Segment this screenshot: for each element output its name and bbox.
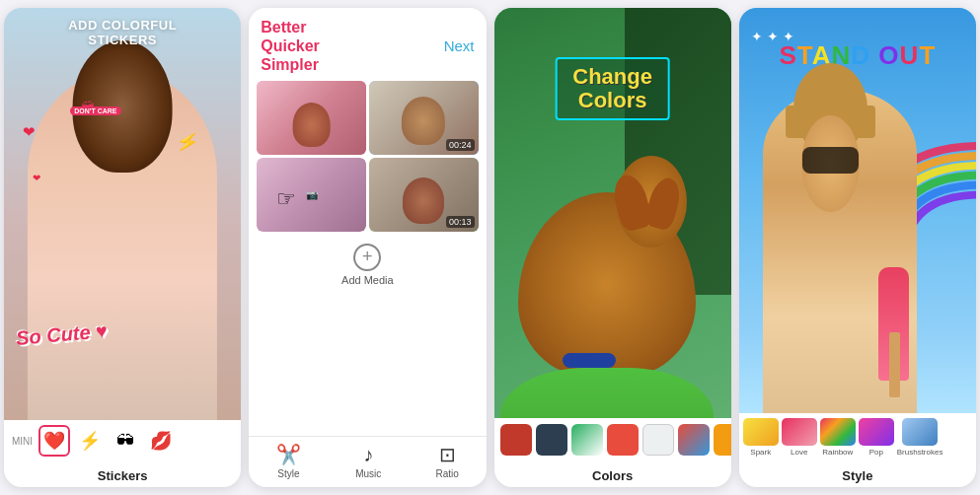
add-media-circle: + bbox=[353, 244, 381, 271]
style-image-area: STAND OUT ✦ ✦ ✦ bbox=[739, 8, 976, 413]
girl-silhouette-2 bbox=[763, 89, 917, 413]
photo-label: 📷 bbox=[306, 189, 318, 200]
colors-label: Colors bbox=[494, 461, 731, 487]
toolbar-music-label: Music bbox=[355, 468, 381, 479]
style-swatch-spark[interactable]: Spark bbox=[743, 418, 779, 457]
media-toolbar: ✂️ Style ♪ Music ⊡ Ratio bbox=[249, 436, 486, 487]
colors-background: Change Colors bbox=[494, 8, 731, 418]
style-background: STAND OUT ✦ ✦ ✦ bbox=[739, 8, 976, 413]
media-thumb-3[interactable]: 📷 ☞ bbox=[257, 158, 366, 232]
ratio-icon: ⊡ bbox=[439, 443, 456, 466]
style-swatch-brushstrokes[interactable]: Brushstrokes bbox=[897, 418, 943, 457]
style-swatch-rainbow[interactable]: Rainbow bbox=[820, 418, 856, 457]
toolbar-ratio[interactable]: ⊡ Ratio bbox=[436, 443, 459, 479]
colors-image-area: Change Colors bbox=[494, 8, 731, 418]
media-background: Better Quicker Simpler Next bbox=[249, 8, 486, 436]
color-swatches-bar bbox=[494, 418, 731, 461]
media-thumb-1[interactable] bbox=[257, 81, 366, 155]
duration-1: 00:24 bbox=[446, 139, 475, 151]
toolbar-ratio-label: Ratio bbox=[436, 468, 459, 479]
add-media-button[interactable]: + Add Media bbox=[249, 232, 486, 290]
sticker-glasses-item[interactable]: 🕶 bbox=[110, 425, 141, 457]
sticker-bolt-item[interactable]: ⚡ bbox=[74, 425, 106, 457]
toolbar-music[interactable]: ♪ Music bbox=[355, 444, 381, 479]
swatch-dark[interactable] bbox=[536, 424, 567, 456]
music-icon: ♪ bbox=[363, 444, 373, 466]
style-swatch-pop[interactable]: Pop bbox=[859, 418, 894, 457]
media-header: Better Quicker Simpler Next bbox=[249, 8, 486, 81]
media-thumb-2[interactable]: 00:24 bbox=[369, 81, 479, 155]
stickers-panel-title: ADD COLORFUL STICKERS bbox=[4, 18, 241, 47]
app-container: ❤ ❤ ⚡ 🕶 DON'T CARE So Cute ♥ ADD COLORFU… bbox=[0, 0, 980, 495]
panel-style: STAND OUT ✦ ✦ ✦ bbox=[739, 8, 976, 487]
media-image-area: Better Quicker Simpler Next bbox=[249, 8, 486, 436]
dont-care-sticker: DON'T CARE bbox=[70, 106, 120, 115]
style-label: Style bbox=[739, 461, 976, 487]
stickers-image-area: ❤ ❤ ⚡ 🕶 DON'T CARE So Cute ♥ ADD COLORFU… bbox=[4, 8, 241, 420]
style-icon: ✂️ bbox=[276, 443, 301, 466]
stickers-background: ❤ ❤ ⚡ 🕶 DON'T CARE So Cute ♥ ADD COLORFU… bbox=[4, 8, 241, 420]
add-media-label: Add Media bbox=[341, 274, 394, 286]
toolbar-style-label: Style bbox=[277, 468, 299, 479]
heart-sticker-2: ❤ bbox=[33, 173, 40, 183]
panel-colors: Change Colors bbox=[494, 8, 731, 487]
bolt-sticker: ⚡ bbox=[175, 130, 199, 155]
change-colors-box: Change Colors bbox=[555, 57, 670, 120]
swatch-yellow[interactable] bbox=[714, 424, 731, 456]
sticker-heart-item[interactable]: ❤️ bbox=[38, 425, 70, 457]
heart-sticker-1: ❤ bbox=[23, 123, 36, 141]
swatch-green-white[interactable] bbox=[571, 424, 603, 456]
swatch-gradient[interactable] bbox=[678, 424, 710, 456]
style-swatches-bar: Spark Love Rainbow Pop Brushstrokes bbox=[739, 413, 976, 461]
stars-decoration: ✦ ✦ ✦ bbox=[751, 29, 794, 44]
media-thumb-4[interactable]: 00:13 bbox=[369, 158, 479, 232]
swatch-white[interactable] bbox=[642, 424, 674, 456]
change-colors-text: Change Colors bbox=[572, 65, 652, 112]
cursor-icon: ☞ bbox=[276, 186, 296, 212]
sticker-lips-item[interactable]: 💋 bbox=[145, 425, 177, 457]
panel-media: Better Quicker Simpler Next bbox=[249, 8, 486, 487]
stickers-label: Stickers bbox=[4, 461, 241, 487]
swatch-coral[interactable] bbox=[607, 424, 639, 456]
panel-stickers: ❤ ❤ ⚡ 🕶 DON'T CARE So Cute ♥ ADD COLORFU… bbox=[4, 8, 241, 487]
dog-area bbox=[518, 192, 696, 377]
next-button[interactable]: Next bbox=[444, 37, 475, 54]
duration-2: 00:13 bbox=[446, 216, 475, 228]
sticker-selector-bar[interactable]: MINI ❤️ ⚡ 🕶 💋 bbox=[4, 420, 241, 461]
mini-label: MINI bbox=[10, 436, 35, 447]
media-title: Better Quicker Simpler bbox=[261, 18, 320, 75]
swatch-red[interactable] bbox=[500, 424, 532, 456]
style-swatch-love[interactable]: Love bbox=[782, 418, 817, 457]
toolbar-style[interactable]: ✂️ Style bbox=[276, 443, 301, 479]
media-grid: 00:24 📷 ☞ 00:13 bbox=[249, 81, 486, 232]
